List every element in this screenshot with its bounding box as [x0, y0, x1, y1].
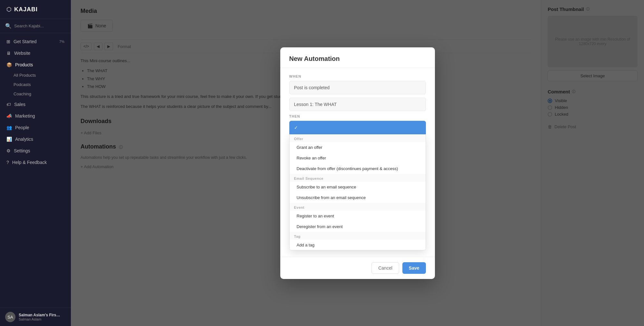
group-label-email-sequence: Email Sequence — [290, 174, 426, 182]
sidebar-item-sales[interactable]: 🏷 Sales — [0, 99, 71, 110]
sidebar-item-label: Marketing — [15, 113, 35, 119]
settings-icon: ⚙ — [6, 148, 11, 153]
get-started-icon: ⊞ — [6, 39, 10, 44]
sidebar-nav: ⊞ Get Started 7% 🖥 Website 📦 Products Al… — [0, 33, 71, 308]
sidebar-item-analytics[interactable]: 📊 Analytics — [0, 133, 71, 145]
products-icon: 📦 — [6, 62, 12, 67]
logo-text: KAJABI — [14, 6, 38, 13]
sidebar-item-help[interactable]: ? Help & Feedback — [0, 157, 71, 168]
modal-title: New Automation — [289, 55, 426, 62]
sidebar-item-label: Get Started — [14, 39, 37, 44]
then-dropdown-wrapper: ✓ Offer Grant an offer Revoke an offer D… — [289, 121, 426, 250]
then-label: THEN — [289, 114, 426, 118]
marketing-icon: 📣 — [6, 113, 12, 119]
user-profile[interactable]: SA Salman Aslam's First ... Salman Aslam — [5, 312, 66, 322]
sidebar-item-people[interactable]: 👥 People — [0, 122, 71, 133]
when-field-2: Lesson 1: The WHAT — [289, 98, 426, 111]
option-unsubscribe-sequence[interactable]: Unsubscribe from an email sequence — [290, 192, 426, 203]
group-label-tag: Tag — [290, 232, 426, 240]
option-register-event[interactable]: Register to an event — [290, 211, 426, 221]
option-add-tag[interactable]: Add a tag — [290, 240, 426, 250]
sidebar-item-label: Settings — [14, 148, 30, 153]
modal-footer: Cancel Save — [280, 257, 435, 279]
cancel-button[interactable]: Cancel — [371, 262, 399, 274]
option-grant-offer[interactable]: Grant an offer — [290, 142, 426, 153]
sidebar-item-label: Products — [15, 62, 33, 67]
group-label-event: Event — [290, 203, 426, 211]
dropdown-list: Offer Grant an offer Revoke an offer Dea… — [289, 134, 426, 250]
get-started-badge: 7% — [59, 40, 64, 43]
save-button[interactable]: Save — [402, 262, 426, 274]
main-area: Media 🎬 None </> ◀ ▶ Format This Mini-co… — [71, 0, 644, 326]
when-field-1: Post is completed — [289, 81, 426, 94]
help-icon: ? — [6, 160, 9, 165]
option-revoke-offer[interactable]: Revoke an offer — [290, 153, 426, 163]
sidebar-item-website[interactable]: 🖥 Website — [0, 47, 71, 59]
sidebar-item-label: Sales — [14, 102, 25, 107]
sidebar-item-get-started[interactable]: ⊞ Get Started 7% — [0, 36, 71, 47]
option-subscribe-sequence[interactable]: Subscribe to an email sequence — [290, 182, 426, 192]
website-icon: 🖥 — [6, 51, 11, 56]
search-bar[interactable]: 🔍 — [0, 19, 71, 33]
sidebar-item-label: Analytics — [15, 137, 33, 142]
sidebar-item-label: Help & Feedback — [12, 160, 47, 165]
analytics-icon: 📊 — [6, 137, 12, 142]
sales-icon: 🏷 — [6, 102, 11, 107]
modal-header: New Automation — [280, 47, 435, 68]
new-automation-modal: New Automation WHEN Post is completed Le… — [280, 47, 435, 279]
sidebar: ⬡ KAJABI 🔍 ⊞ Get Started 7% 🖥 Website 📦 … — [0, 0, 71, 326]
all-products-label: All Products — [14, 73, 36, 78]
kajabi-logo-icon: ⬡ — [6, 6, 12, 13]
podcasts-label: Podcasts — [14, 82, 31, 87]
sidebar-item-label: People — [15, 125, 29, 130]
group-label-offer: Offer — [290, 134, 426, 142]
user-profile-area: SA Salman Aslam's First ... Salman Aslam — [0, 308, 71, 326]
search-input[interactable] — [14, 24, 66, 28]
sidebar-item-all-products[interactable]: All Products — [0, 71, 71, 80]
coaching-label: Coaching — [14, 91, 31, 96]
user-info: Salman Aslam's First ... Salman Aslam — [19, 313, 61, 321]
sidebar-item-settings[interactable]: ⚙ Settings — [0, 145, 71, 157]
user-sub: Salman Aslam — [19, 317, 61, 321]
modal-body: WHEN Post is completed Lesson 1: The WHA… — [280, 68, 435, 257]
search-icon: 🔍 — [5, 23, 12, 29]
sidebar-item-products[interactable]: 📦 Products — [0, 59, 71, 71]
option-deactivate-offer[interactable]: Deactivate from offer (discontinues paym… — [290, 163, 426, 174]
modal-overlay: New Automation WHEN Post is completed Le… — [71, 0, 644, 326]
logo-area: ⬡ KAJABI — [0, 0, 71, 19]
user-name: Salman Aslam's First ... — [19, 313, 61, 317]
sidebar-item-label: Website — [14, 51, 30, 56]
user-avatar: SA — [5, 312, 15, 322]
dropdown-check-icon: ✓ — [294, 125, 298, 130]
option-deregister-event[interactable]: Deregister from an event — [290, 221, 426, 232]
when-label: WHEN — [289, 74, 426, 78]
people-icon: 👥 — [6, 125, 12, 130]
sidebar-item-podcasts[interactable]: Podcasts — [0, 80, 71, 89]
sidebar-item-coaching[interactable]: Coaching — [0, 89, 71, 99]
sidebar-item-marketing[interactable]: 📣 Marketing — [0, 110, 71, 122]
dropdown-selected[interactable]: ✓ — [289, 121, 426, 134]
